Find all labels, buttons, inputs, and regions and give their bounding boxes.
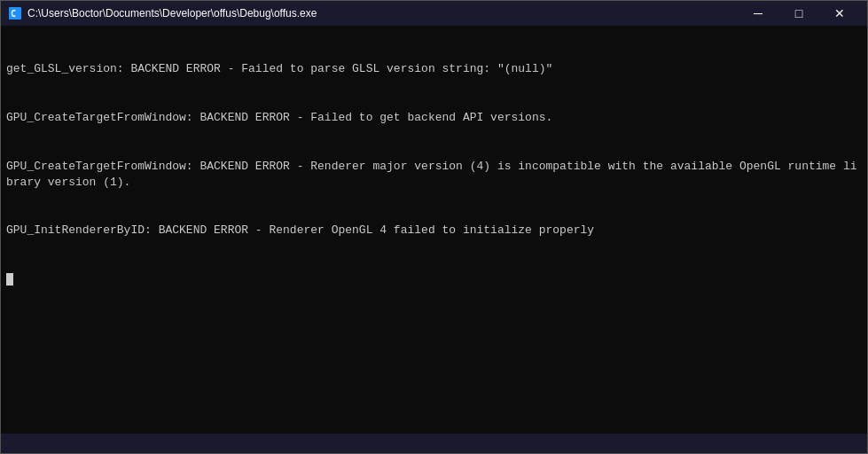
- svg-text:C: C: [11, 9, 16, 19]
- console-line-4: GPU_InitRendererByID: BACKEND ERROR - Re…: [6, 223, 862, 239]
- console-line-1: get_GLSL_version: BACKEND ERROR - Failed…: [6, 61, 862, 77]
- maximize-button[interactable]: □: [778, 1, 819, 26]
- console-line-3: GPU_CreateTargetFromWindow: BACKEND ERRO…: [6, 159, 862, 191]
- cursor-blink: [6, 273, 13, 286]
- console-output: get_GLSL_version: BACKEND ERROR - Failed…: [1, 26, 867, 434]
- title-bar: C C:\Users\Boctor\Documents\Developer\of…: [1, 1, 867, 26]
- status-bar: [1, 434, 867, 453]
- minimize-button[interactable]: ─: [738, 1, 778, 26]
- app-icon: C: [8, 6, 22, 20]
- close-button[interactable]: ✕: [819, 1, 860, 26]
- window-title: C:\Users\Boctor\Documents\Developer\offu…: [27, 7, 738, 20]
- console-cursor-line: [6, 271, 862, 287]
- console-line-2: GPU_CreateTargetFromWindow: BACKEND ERRO…: [6, 110, 862, 126]
- window-controls: ─ □ ✕: [738, 1, 860, 26]
- window: C C:\Users\Boctor\Documents\Developer\of…: [0, 0, 868, 454]
